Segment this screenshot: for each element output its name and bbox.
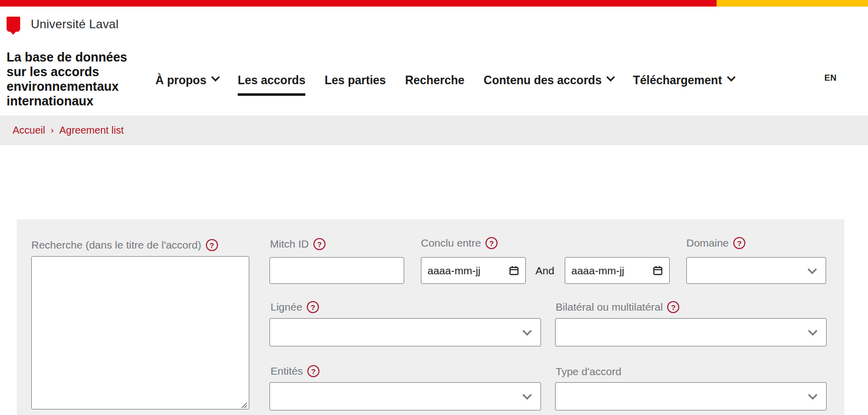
date-placeholder: aaaa-mm-jj bbox=[571, 265, 624, 277]
nav-label: Les accords bbox=[238, 74, 305, 87]
chevron-down-icon bbox=[807, 265, 817, 274]
date-range-conjunction: And bbox=[535, 257, 554, 284]
type-accord-label-text: Type d'accord bbox=[556, 366, 621, 378]
site-header: Université Laval La base de données sur … bbox=[0, 7, 868, 115]
chevron-down-icon bbox=[808, 326, 817, 335]
university-name: Université Laval bbox=[31, 17, 119, 31]
mitch-id-label-text: Mitch ID bbox=[270, 238, 309, 250]
help-icon[interactable]: ? bbox=[313, 238, 326, 250]
entites-label: Entités ? bbox=[270, 365, 319, 377]
lignee-label-text: Lignée bbox=[270, 301, 302, 313]
search-filters-panel: Recherche (dans le titre de l'accord) ? … bbox=[17, 219, 844, 415]
nav-item-les-parties[interactable]: Les parties bbox=[324, 74, 386, 87]
recherche-textarea[interactable] bbox=[31, 256, 249, 409]
laval-shield-icon bbox=[7, 17, 20, 32]
breadcrumb-current[interactable]: Agreement list bbox=[59, 125, 124, 136]
site-title-line: sur les accords bbox=[7, 65, 127, 79]
chevron-down-icon bbox=[727, 73, 735, 82]
language-toggle-en[interactable]: EN bbox=[824, 73, 837, 83]
domaine-label: Domaine ? bbox=[686, 237, 745, 249]
breadcrumb-home-link[interactable]: Accueil bbox=[13, 125, 45, 136]
nav-item-a-propos[interactable]: À propos bbox=[155, 74, 219, 87]
chevron-down-icon bbox=[522, 390, 531, 399]
domaine-select[interactable] bbox=[686, 257, 826, 284]
site-title-line: internationaux bbox=[7, 94, 127, 108]
entites-label-text: Entités bbox=[270, 365, 303, 377]
site-title-line: environnementaux bbox=[7, 79, 127, 94]
recherche-label-text: Recherche (dans le titre de l'accord) bbox=[31, 239, 201, 251]
chevron-down-icon bbox=[607, 73, 615, 82]
nav-item-recherche[interactable]: Recherche bbox=[405, 74, 465, 87]
chevron-down-icon bbox=[211, 73, 220, 82]
chevron-down-icon bbox=[522, 326, 531, 335]
mitch-id-label: Mitch ID ? bbox=[270, 238, 326, 250]
date-from-input[interactable]: aaaa-mm-jj bbox=[421, 257, 526, 284]
nav-item-telechargement[interactable]: Téléchargement bbox=[633, 74, 734, 87]
help-icon[interactable]: ? bbox=[307, 365, 319, 377]
help-icon[interactable]: ? bbox=[485, 237, 498, 249]
help-icon[interactable]: ? bbox=[733, 237, 745, 249]
brand-bar-red bbox=[0, 0, 717, 7]
date-placeholder: aaaa-mm-jj bbox=[427, 265, 480, 277]
breadcrumb-separator: › bbox=[50, 125, 53, 136]
nav-label: Les parties bbox=[324, 74, 386, 87]
bilateral-label-text: Bilatéral ou multilatéral bbox=[556, 301, 663, 313]
chevron-down-icon bbox=[808, 390, 817, 399]
bilateral-select[interactable] bbox=[555, 318, 827, 346]
nav-label: Contenu des accords bbox=[483, 74, 602, 87]
site-title: La base de données sur les accords envir… bbox=[7, 50, 127, 108]
main-nav: À propos Les accords Les parties Recherc… bbox=[155, 71, 734, 89]
nav-item-les-accords[interactable]: Les accords bbox=[238, 74, 305, 87]
help-icon[interactable]: ? bbox=[667, 301, 679, 313]
nav-label: Téléchargement bbox=[633, 74, 722, 87]
calendar-icon[interactable] bbox=[509, 265, 519, 276]
conclu-entre-label-text: Conclu entre bbox=[421, 237, 481, 249]
help-icon[interactable]: ? bbox=[307, 301, 319, 313]
domaine-label-text: Domaine bbox=[686, 237, 729, 249]
lignee-select[interactable] bbox=[269, 318, 541, 346]
brand-bar bbox=[0, 0, 868, 7]
nav-label: Recherche bbox=[405, 74, 465, 87]
nav-item-contenu-des-accords[interactable]: Contenu des accords bbox=[483, 74, 614, 87]
type-accord-select[interactable] bbox=[555, 382, 827, 410]
site-title-line: La base de données bbox=[7, 50, 127, 65]
bilateral-label: Bilatéral ou multilatéral ? bbox=[556, 301, 679, 313]
university-logo[interactable]: Université Laval bbox=[7, 17, 119, 32]
mitch-id-input[interactable] bbox=[269, 257, 404, 284]
breadcrumb: Accueil › Agreement list bbox=[13, 125, 124, 136]
entites-select[interactable] bbox=[269, 382, 541, 410]
type-accord-label: Type d'accord bbox=[556, 366, 621, 378]
nav-label: À propos bbox=[155, 74, 206, 87]
help-icon[interactable]: ? bbox=[206, 239, 218, 251]
date-to-input[interactable]: aaaa-mm-jj bbox=[565, 257, 670, 284]
lignee-label: Lignée ? bbox=[270, 301, 319, 313]
conclu-entre-label: Conclu entre ? bbox=[421, 237, 498, 249]
recherche-label: Recherche (dans le titre de l'accord) ? bbox=[31, 239, 218, 251]
brand-bar-yellow bbox=[717, 0, 868, 7]
breadcrumb-bar: Accueil › Agreement list bbox=[0, 115, 868, 145]
calendar-icon[interactable] bbox=[653, 265, 663, 276]
